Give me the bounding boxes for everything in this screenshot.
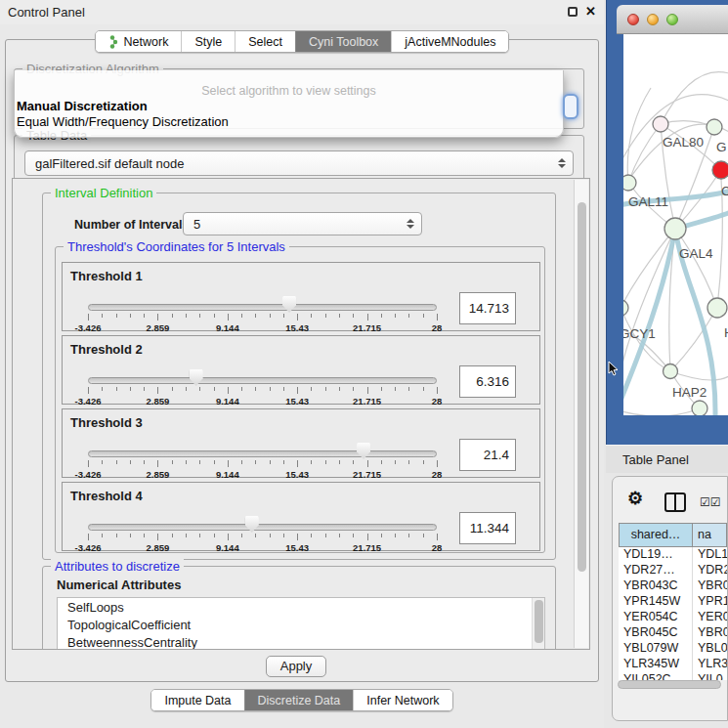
tab-impute-data[interactable]: Impute Data <box>151 690 243 710</box>
close-icon[interactable]: ✕ <box>585 4 596 19</box>
cell[interactable]: YPR145W <box>619 594 693 610</box>
network-window-titlebar[interactable] <box>617 5 728 34</box>
tick-mark <box>199 534 200 537</box>
node-gal4[interactable] <box>664 218 686 239</box>
cell[interactable]: YPR1 <box>693 594 727 610</box>
node-red-selected[interactable] <box>712 161 728 179</box>
cell[interactable]: YBR043C <box>619 578 693 594</box>
threshold-2-panel: Threshold 2 -3.4262.8599.14415.4321.7152… <box>62 335 540 405</box>
column-layout-icon[interactable] <box>664 492 686 512</box>
cell[interactable]: YBR0 <box>693 578 727 594</box>
slider-track[interactable] <box>88 304 437 311</box>
tick-mark <box>241 387 242 391</box>
cell[interactable]: YBL079W <box>619 641 693 657</box>
slider-tickmarks <box>88 534 437 541</box>
number-of-intervals-combobox[interactable]: 5 <box>183 212 422 236</box>
cell[interactable]: YDL1 <box>693 547 727 563</box>
cell[interactable]: YLR345W <box>619 657 693 672</box>
threshold-2-slider[interactable]: -3.4262.8599.14415.4321.71528 <box>88 369 437 410</box>
algorithm-option-equal-width[interactable]: Equal Width/Frequency Discretization <box>17 114 229 129</box>
cell[interactable]: YIL0 <box>693 672 727 680</box>
node-label-gal80: GAL80 <box>663 135 704 150</box>
cell[interactable]: YBR045C <box>619 625 693 641</box>
node-gcy1[interactable] <box>623 300 628 316</box>
table-row[interactable]: YBL079WYBL0 <box>619 641 727 657</box>
tab-cyni-toolbox[interactable]: Cyni Toolbox <box>295 31 391 52</box>
minimize-traffic-light-icon[interactable] <box>647 14 659 25</box>
table-horizontal-scrollbar-thumb[interactable] <box>618 680 721 689</box>
list-item[interactable]: SelfLoops <box>58 598 544 616</box>
table-row[interactable]: YPR145WYPR1 <box>619 594 727 610</box>
tick-mark <box>88 387 89 394</box>
node-h[interactable] <box>707 298 727 318</box>
panel-scrollbar[interactable] <box>574 180 588 648</box>
interval-definition-title: Interval Definition <box>51 186 156 200</box>
column-header-name[interactable]: na <box>693 523 727 547</box>
cell[interactable]: YIL052C <box>619 672 693 680</box>
numerical-attributes-list[interactable]: SelfLoops TopologicalCoefficient Between… <box>57 597 545 650</box>
table-data-combobox[interactable]: galFiltered.sif default node <box>24 150 574 176</box>
list-scrollbar[interactable] <box>532 598 544 650</box>
algorithm-combo-focused-fragment[interactable] <box>563 94 578 119</box>
list-item[interactable]: TopologicalCoefficient <box>58 616 544 633</box>
gear-icon[interactable]: ⚙ <box>627 488 643 509</box>
cell[interactable]: YER054C <box>619 610 693 625</box>
slider-tickmarks <box>88 314 437 321</box>
node-gal11[interactable] <box>623 175 636 191</box>
tick-mark <box>270 387 271 391</box>
tab-style[interactable]: Style <box>181 31 235 52</box>
list-item[interactable]: BetweennessCentrality <box>58 633 544 650</box>
float-window-icon[interactable] <box>568 7 578 17</box>
table-row[interactable]: YDR27…YDR2 <box>619 563 727 578</box>
table-row[interactable]: YBR043CYBR0 <box>619 578 727 594</box>
column-header-shared[interactable]: shared… <box>619 523 693 547</box>
tick-mark <box>241 534 242 537</box>
threshold-4-value-field[interactable]: 11.344 <box>459 512 516 544</box>
threshold-3-value-field[interactable]: 21.4 <box>459 439 516 471</box>
panel-scrollbar-thumb[interactable] <box>578 202 586 572</box>
cell[interactable]: YDL19… <box>619 547 693 563</box>
slider-track[interactable] <box>88 377 437 384</box>
tick-mark <box>241 314 242 318</box>
zoom-traffic-light-icon[interactable] <box>666 14 678 25</box>
network-canvas[interactable]: GAL80 G C GAL11 GAL4 GCY1 H HAP2 <box>623 34 728 415</box>
tab-infer-network[interactable]: Infer Network <box>353 690 451 710</box>
table-row[interactable]: YIL052CYIL0 <box>619 672 727 680</box>
slider-track[interactable] <box>88 524 437 531</box>
table-row[interactable]: YLR345WYLR3 <box>619 657 727 672</box>
close-traffic-light-icon[interactable] <box>627 14 639 25</box>
table-header-row: shared… na <box>619 523 727 547</box>
cell[interactable]: YDR27… <box>619 563 693 578</box>
threshold-1-slider[interactable]: -3.4262.8599.14415.4321.71528 <box>88 296 437 337</box>
node-top-right[interactable] <box>707 119 722 135</box>
tab-discretize-data[interactable]: Discretize Data <box>244 690 354 710</box>
list-scrollbar-thumb[interactable] <box>535 600 543 643</box>
cell[interactable]: YDR2 <box>693 563 727 578</box>
cell[interactable]: YBL0 <box>693 641 727 657</box>
node-bottom[interactable] <box>692 401 707 415</box>
tick-mark <box>144 314 145 318</box>
threshold-1-value-field[interactable]: 14.713 <box>459 292 516 324</box>
cell[interactable]: YLR3 <box>693 657 727 672</box>
threshold-2-value-field[interactable]: 6.316 <box>459 365 516 398</box>
slider-track[interactable] <box>88 450 437 457</box>
cell[interactable]: YBR0 <box>693 625 727 641</box>
tab-select[interactable]: Select <box>235 31 295 52</box>
table-horizontal-scrollbar[interactable] <box>618 680 724 690</box>
node-gal80[interactable] <box>653 116 668 132</box>
algorithm-option-manual[interactable]: Manual Discretization <box>17 99 148 113</box>
threshold-4-slider[interactable]: -3.4262.8599.14415.4321.71528 <box>88 516 437 557</box>
tick-mark <box>199 387 200 391</box>
tab-jactivemnodules[interactable]: jActiveMNodules <box>391 31 508 52</box>
tick-mark <box>283 534 284 537</box>
node-hap2[interactable] <box>664 364 678 379</box>
tab-network[interactable]: Network <box>96 31 182 52</box>
tick-label: 2.859 <box>147 542 170 553</box>
table-row[interactable]: YBR045CYBR0 <box>619 625 727 641</box>
checkbox-filter-icons[interactable]: ☑☑ <box>700 495 721 509</box>
table-row[interactable]: YDL19…YDL1 <box>619 547 727 563</box>
threshold-3-slider[interactable]: -3.4262.8599.14415.4321.71528 <box>88 443 437 484</box>
apply-button[interactable]: Apply <box>266 656 326 677</box>
cell[interactable]: YER0 <box>693 610 727 625</box>
table-row[interactable]: YER054CYER0 <box>619 610 727 625</box>
